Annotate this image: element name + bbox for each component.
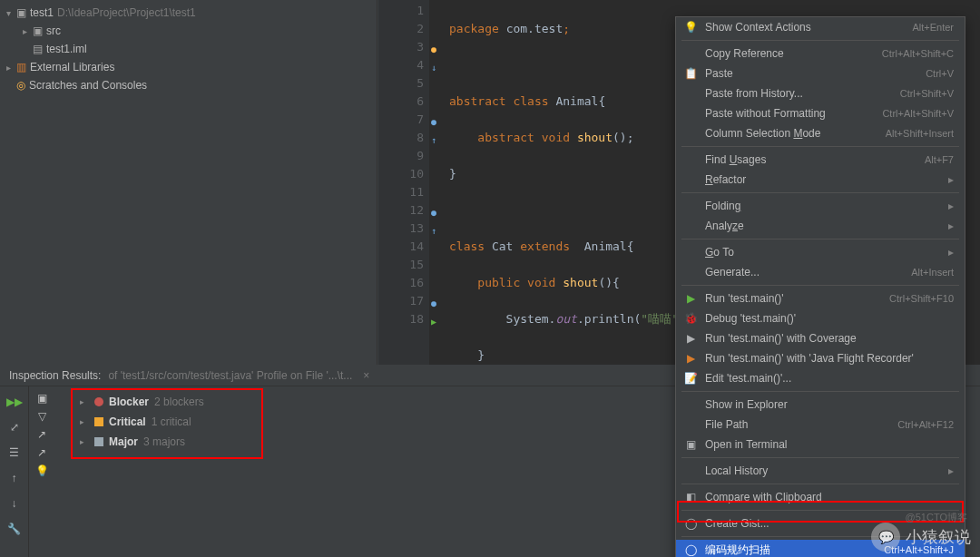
tree-root[interactable]: ▾ ▣ test1 D:\IdeaProject\Project1\test1 [0, 4, 377, 22]
class-gutter-icon: ● [431, 204, 436, 222]
submenu-arrow-icon: ▸ [948, 464, 954, 477]
line-number[interactable]: 3● [378, 38, 424, 56]
iml-label: test1.iml [46, 43, 87, 55]
export-icon[interactable]: ↗ [37, 428, 46, 441]
root-name: test1 [30, 6, 54, 19]
line-number[interactable]: 14 [378, 238, 424, 256]
submenu-arrow-icon: ▸ [948, 200, 954, 212]
menu-generate[interactable]: Generate...Alt+Insert [676, 262, 965, 282]
menu-folding[interactable]: Folding▸ [676, 196, 965, 216]
tree-external-libs[interactable]: ▸ ▥ External Libraries [0, 58, 377, 76]
prev-icon[interactable]: ↑ [5, 468, 24, 488]
root-path: D:\IdeaProject\Project1\test1 [57, 6, 196, 19]
menu-open-terminal[interactable]: ▣Open in Terminal [676, 435, 965, 454]
scratches-label: Scratches and Consoles [29, 79, 147, 92]
menu-find-usages[interactable]: Find UsagesAlt+F7 [676, 150, 965, 170]
expand-icon[interactable]: ⤢ [5, 417, 24, 437]
tree-iml[interactable]: ▤ test1.iml [0, 40, 377, 58]
line-number[interactable]: 15 [378, 256, 424, 274]
inspection-title: Inspection Results: [9, 369, 101, 382]
menu-paste-noformat[interactable]: Paste without FormattingCtrl+Alt+Shift+V [676, 103, 965, 123]
tree-scratches[interactable]: ◎ Scratches and Consoles [0, 76, 377, 94]
line-number[interactable]: 13↑ [378, 220, 424, 238]
line-number[interactable]: 1 [378, 2, 424, 20]
line-number[interactable]: 17● [378, 292, 424, 310]
line-number[interactable]: 8↑ [378, 129, 424, 147]
menu-paste-history[interactable]: Paste from History...Ctrl+Shift+V [676, 83, 965, 103]
gutter[interactable]: 1 2 3● 4↓ 5 6 7● 8↑ 9 10 11 12● 13↑ 14 1… [378, 0, 429, 365]
chevron-right-icon: ▸ [4, 63, 13, 73]
coverage-icon: ▶ [683, 332, 698, 345]
menu-debug[interactable]: 🐞Debug 'test.main()' [676, 308, 965, 328]
group-icon[interactable]: ▣ [37, 392, 47, 405]
context-menu[interactable]: 💡Show Context ActionsAlt+Enter Copy Refe… [675, 16, 965, 557]
collapse-icon[interactable]: ☰ [5, 443, 24, 463]
menu-edit-config[interactable]: 📝Edit 'test.main()'... [676, 368, 965, 388]
inspection-toolbar: ▶▶ ⤢ ☰ ↑ ↓ 🔧 [0, 386, 29, 557]
inspection-file: of 'test1/src/com/test/test.java' Profil… [108, 369, 352, 382]
line-number[interactable]: 18▶ [378, 310, 424, 328]
open-icon[interactable]: ↗ [37, 446, 46, 459]
menu-coverage[interactable]: ▶Run 'test.main()' with Coverage [676, 328, 965, 348]
libraries-icon: ▥ [16, 61, 26, 73]
class-gutter-icon: ● [431, 41, 436, 59]
edit-icon: 📝 [683, 372, 698, 385]
filter-icon[interactable]: ▽ [38, 410, 46, 423]
method-gutter-icon: ↓ [431, 59, 436, 77]
override-gutter-icon: ↑ [431, 222, 436, 240]
menu-file-path[interactable]: File PathCtrl+Alt+F12 [676, 415, 965, 435]
line-number[interactable]: 12● [378, 201, 424, 220]
src-label: src [46, 24, 61, 37]
class-gutter-icon: ● [431, 113, 436, 132]
menu-show-context-actions[interactable]: 💡Show Context ActionsAlt+Enter [676, 17, 965, 37]
menu-jfr[interactable]: ▶Run 'test.main()' with 'Java Flight Rec… [676, 348, 965, 368]
code-area[interactable]: package com.test; abstract class Animal{… [429, 0, 693, 365]
jfr-icon: ▶ [683, 352, 698, 365]
menu-compare-clipboard[interactable]: ◧Compare with Clipboard [676, 487, 965, 507]
line-number[interactable]: 16 [378, 274, 424, 292]
menu-local-history[interactable]: Local History▸ [676, 461, 965, 481]
alibaba-icon: ◯ [683, 543, 698, 556]
line-number[interactable]: 4↓ [378, 56, 424, 74]
source-stamp: @51CTO博客 [906, 511, 967, 524]
compare-icon: ◧ [683, 491, 698, 503]
rerun-icon[interactable]: ▶▶ [5, 392, 24, 412]
menu-show-explorer[interactable]: Show in Explorer [676, 395, 965, 415]
annotation-highlight [71, 388, 263, 459]
chevron-down-icon: ▾ [4, 8, 13, 18]
run-gutter-icon[interactable]: ▶ [431, 313, 436, 331]
menu-analyze[interactable]: Analyze▸ [676, 216, 965, 236]
scratches-icon: ◎ [16, 79, 25, 92]
line-number[interactable]: 9 [378, 147, 424, 165]
bulb-icon: 💡 [683, 21, 698, 34]
terminal-icon: ▣ [683, 438, 698, 451]
project-tree[interactable]: ▾ ▣ test1 D:\IdeaProject\Project1\test1 … [0, 0, 377, 365]
submenu-arrow-icon: ▸ [948, 173, 954, 186]
line-number[interactable]: 2 [378, 20, 424, 38]
submenu-arrow-icon: ▸ [948, 246, 954, 259]
line-number[interactable]: 7● [378, 111, 424, 129]
menu-goto[interactable]: Go To▸ [676, 242, 965, 262]
menu-copy-reference[interactable]: Copy ReferenceCtrl+Alt+Shift+C [676, 44, 965, 64]
inspection-toolbar-2: ▣ ▽ ↗ ↗ 💡 [29, 386, 54, 557]
menu-paste[interactable]: 📋PasteCtrl+V [676, 64, 965, 83]
class-gutter-icon: ● [431, 295, 436, 313]
file-icon: ▤ [33, 43, 43, 55]
close-icon[interactable]: × [363, 369, 369, 382]
line-number[interactable]: 10 [378, 165, 424, 183]
next-icon[interactable]: ↓ [5, 493, 24, 513]
tree-src[interactable]: ▸ ▣ src [0, 22, 377, 40]
line-number[interactable]: 6 [378, 93, 424, 111]
menu-refactor[interactable]: Refactor▸ [676, 170, 965, 190]
debug-icon: 🐞 [683, 312, 698, 325]
submenu-arrow-icon: ▸ [948, 220, 954, 232]
menu-alibaba-scan[interactable]: ◯编码规约扫描Ctrl+Alt+Shift+J [676, 540, 965, 557]
bulb-icon[interactable]: 💡 [35, 464, 49, 477]
line-number[interactable]: 5 [378, 74, 424, 93]
menu-run[interactable]: ▶Run 'test.main()'Ctrl+Shift+F10 [676, 288, 965, 308]
github-icon: ◯ [683, 517, 698, 530]
menu-column-selection[interactable]: Column Selection ModeAlt+Shift+Insert [676, 123, 965, 143]
settings-icon[interactable]: 🔧 [5, 519, 24, 539]
line-number[interactable]: 11 [378, 183, 424, 201]
override-gutter-icon: ↑ [431, 132, 436, 150]
